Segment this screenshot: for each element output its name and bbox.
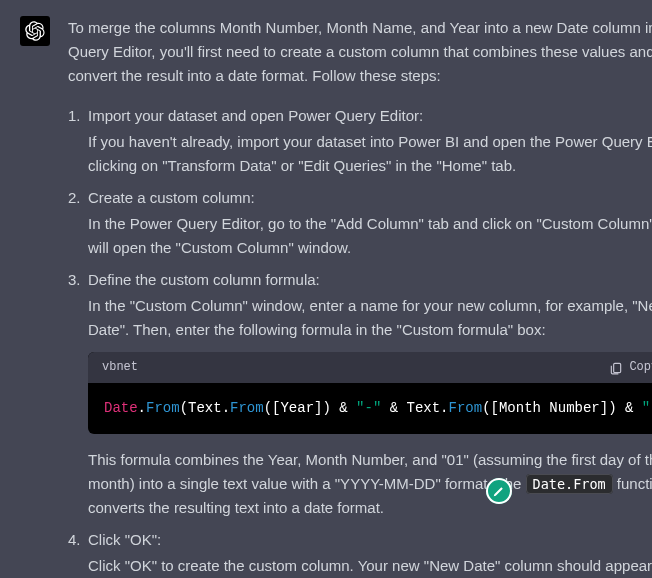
cursor-badge[interactable] (486, 478, 512, 504)
code-body[interactable]: Date.From(Text.From([Year]) & "-" & Text… (88, 383, 652, 433)
code-block: vbnet Copy code Date.From(Text.From([Yea… (88, 352, 652, 434)
step-body: In the "Custom Column" window, enter a n… (88, 294, 652, 342)
inline-code: Date.From (526, 474, 613, 494)
message-content: To merge the columns Month Number, Month… (68, 16, 652, 578)
code-lang-label: vbnet (102, 358, 138, 377)
svg-rect-0 (614, 363, 621, 372)
step-title: Create a custom column: (88, 189, 255, 206)
step-after: This formula combines the Year, Month Nu… (88, 448, 652, 520)
assistant-avatar (20, 16, 50, 46)
step-title: Click "OK": (88, 531, 161, 548)
step-4: Click "OK": Click "OK" to create the cus… (88, 528, 652, 578)
openai-logo-icon (25, 21, 45, 41)
code-header: vbnet Copy code (88, 352, 652, 383)
copy-code-button[interactable]: Copy code (609, 358, 652, 377)
step-body: In the Power Query Editor, go to the "Ad… (88, 212, 652, 260)
step-1: Import your dataset and open Power Query… (88, 104, 652, 178)
steps-list: Import your dataset and open Power Query… (68, 104, 652, 578)
step-body: If you haven't already, import your data… (88, 130, 652, 178)
intro-paragraph: To merge the columns Month Number, Month… (68, 16, 652, 88)
step-2: Create a custom column: In the Power Que… (88, 186, 652, 260)
clipboard-icon (609, 361, 623, 375)
step-3: Define the custom column formula: In the… (88, 268, 652, 520)
copy-code-label: Copy code (629, 358, 652, 377)
pen-icon (492, 484, 506, 498)
assistant-message: To merge the columns Month Number, Month… (0, 0, 652, 578)
step-title: Define the custom column formula: (88, 271, 320, 288)
step-title: Import your dataset and open Power Query… (88, 107, 423, 124)
step-body: Click "OK" to create the custom column. … (88, 554, 652, 578)
